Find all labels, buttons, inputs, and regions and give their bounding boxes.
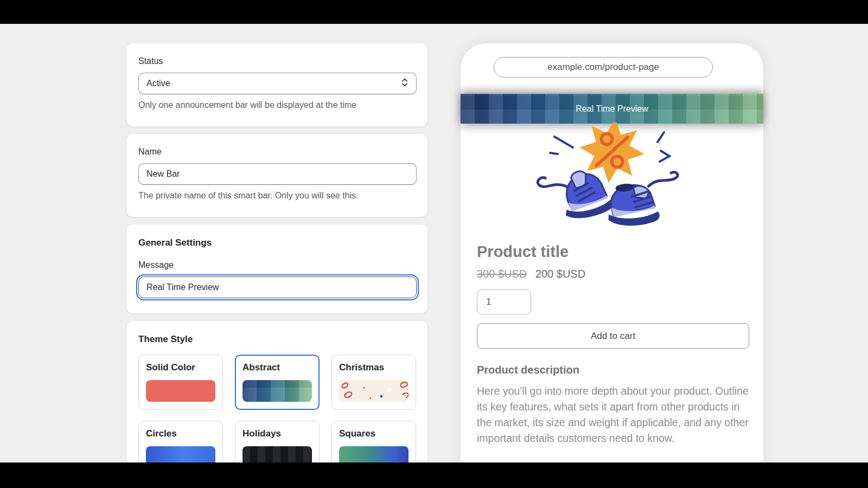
name-input[interactable]	[138, 163, 417, 185]
name-card: Name The private name of this smart bar.…	[126, 134, 427, 217]
christmas-swatch	[339, 380, 409, 402]
message-input[interactable]	[138, 277, 417, 298]
theme-option-abstract[interactable]: Abstract	[235, 355, 320, 410]
abstract-swatch	[242, 380, 312, 402]
theme-style-heading: Theme Style	[138, 334, 416, 345]
name-label: Name	[138, 147, 416, 157]
preview-url-bar: example.com/product-page	[494, 57, 713, 78]
bottom-letterbox-bar	[0, 463, 868, 488]
live-preview-phone: example.com/product-page Real Time Previ…	[461, 43, 763, 488]
current-price: 200 $USD	[535, 268, 585, 280]
general-settings-heading: General Settings	[138, 237, 416, 248]
status-card: Status Active Only one announcement bar …	[126, 43, 427, 126]
theme-grid: Solid Color Abstract Christmas	[138, 355, 416, 476]
theme-option-christmas[interactable]: Christmas	[331, 355, 416, 410]
price-row: 300 $USD 200 $USD	[477, 268, 749, 280]
status-select[interactable]: Active	[138, 73, 417, 94]
product-description-text: Here you’ll go into more depth about you…	[477, 383, 749, 446]
solid-color-swatch	[146, 380, 215, 402]
product-illustration	[525, 123, 699, 231]
left-shoe-icon	[537, 163, 615, 227]
announcement-bar-preview: Real Time Preview	[461, 94, 763, 124]
old-price: 300 $USD	[477, 268, 527, 280]
name-helper: The private name of this smart bar. Only…	[138, 191, 416, 201]
top-letterbox-bar	[0, 0, 868, 24]
status-select-value: Active	[146, 79, 170, 88]
theme-option-solid-color[interactable]: Solid Color	[138, 355, 223, 410]
quantity-input[interactable]	[477, 290, 531, 314]
product-description-heading: Product description	[477, 364, 749, 376]
chevron-updown-icon	[401, 78, 409, 89]
right-shoe-icon	[604, 172, 682, 228]
status-label: Status	[138, 56, 416, 66]
product-title: Product title	[477, 243, 749, 261]
announcement-bar-text: Real Time Preview	[576, 104, 648, 114]
product-page-content: Product title 300 $USD 200 $USD Add to c…	[477, 243, 749, 446]
general-settings-card: General Settings Message	[126, 224, 427, 313]
preview-url-text: example.com/product-page	[547, 62, 659, 73]
ribbon-decoration-icon	[339, 380, 409, 402]
add-to-cart-button[interactable]: Add to cart	[477, 323, 749, 349]
status-helper: Only one announcement bar will be displa…	[138, 100, 416, 110]
app-screen: Status Active Only one announcement bar …	[0, 0, 868, 488]
message-label: Message	[138, 260, 416, 270]
